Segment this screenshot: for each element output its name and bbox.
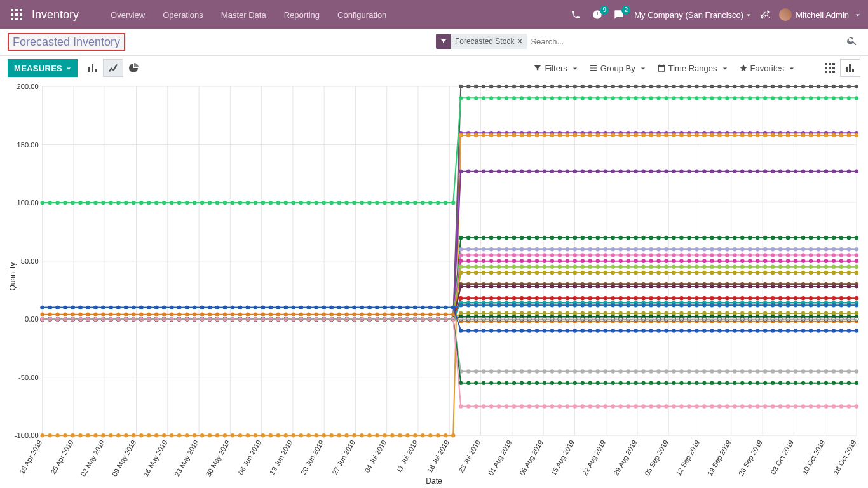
svg-point-137 — [588, 85, 592, 88]
svg-text:06 Jun 2019: 06 Jun 2019 — [236, 438, 262, 476]
svg-point-1541 — [588, 296, 592, 300]
menu-operations[interactable]: Operations — [156, 6, 210, 24]
search-icon[interactable] — [844, 34, 860, 50]
svg-point-2254 — [261, 306, 265, 309]
svg-point-2303 — [634, 329, 637, 332]
svg-point-1443 — [664, 285, 668, 288]
svg-point-2057 — [405, 313, 409, 316]
svg-point-434 — [383, 433, 386, 437]
svg-point-1549 — [649, 296, 653, 300]
svg-point-493 — [832, 133, 836, 137]
svg-point-160 — [763, 85, 767, 88]
menu-master-data[interactable]: Master Data — [215, 6, 273, 24]
svg-point-2020 — [124, 313, 128, 316]
menu-configuration[interactable]: Configuration — [331, 6, 393, 24]
svg-point-2287 — [512, 329, 516, 332]
svg-point-154 — [717, 85, 721, 88]
svg-point-1772 — [702, 303, 706, 307]
svg-point-250 — [626, 96, 630, 100]
svg-point-793 — [649, 247, 653, 251]
svg-point-2424 — [733, 369, 736, 373]
menu-reporting[interactable]: Reporting — [278, 6, 326, 24]
svg-point-588 — [733, 169, 736, 173]
svg-point-221 — [405, 201, 409, 205]
svg-point-1759 — [604, 303, 607, 307]
svg-point-1008 — [641, 259, 645, 262]
filter-chip-icon — [436, 34, 451, 49]
svg-point-2497 — [466, 381, 470, 385]
apps-icon[interactable] — [8, 6, 25, 24]
svg-point-899 — [634, 253, 637, 257]
svg-point-2312 — [702, 329, 706, 332]
chat-icon[interactable]: 2 — [614, 10, 624, 20]
search-bar: Forecasted Stock ✕ — [435, 34, 862, 51]
svg-point-2028 — [185, 313, 189, 316]
svg-point-672 — [550, 236, 554, 240]
svg-point-2021 — [132, 313, 135, 316]
user-menu[interactable]: Mitchell Admin — [779, 8, 860, 21]
svg-point-279 — [847, 96, 851, 100]
groupby-dropdown[interactable]: Group By — [589, 64, 646, 73]
company-switcher[interactable]: My Company (San Francisco) — [634, 10, 751, 20]
svg-point-213 — [344, 201, 348, 205]
svg-point-479 — [725, 133, 729, 137]
svg-point-999 — [573, 259, 577, 262]
svg-point-2302 — [626, 329, 630, 332]
svg-point-2332 — [855, 329, 858, 332]
svg-point-1895 — [817, 311, 820, 315]
pie-chart-button[interactable] — [123, 59, 144, 77]
svg-point-414 — [231, 433, 234, 437]
svg-point-2611 — [512, 404, 516, 408]
svg-point-269 — [771, 96, 775, 100]
svg-point-1777 — [740, 303, 744, 307]
line-chart[interactable]: -100.00-50.000.0050.00100.00150.00200.00… — [3, 83, 863, 487]
svg-rect-11 — [95, 69, 97, 72]
svg-point-2651 — [817, 404, 820, 408]
svg-point-2276 — [428, 306, 432, 309]
svg-point-228 — [459, 96, 463, 100]
svg-point-464 — [611, 133, 614, 137]
favorites-dropdown[interactable]: Favorites — [739, 64, 794, 73]
svg-point-2039 — [269, 313, 273, 316]
svg-point-2537 — [771, 381, 775, 385]
debug-icon[interactable] — [760, 10, 770, 20]
phone-icon[interactable] — [571, 10, 581, 20]
svg-point-186 — [139, 201, 143, 205]
measures-button[interactable]: MEASURES — [8, 59, 78, 77]
svg-point-1866 — [596, 311, 600, 315]
svg-point-1891 — [786, 311, 790, 315]
svg-point-1211 — [543, 271, 546, 274]
svg-point-1899 — [847, 311, 851, 315]
svg-point-1566 — [778, 296, 782, 300]
graph-view-button[interactable] — [840, 59, 860, 77]
pivot-view-button[interactable] — [820, 59, 840, 77]
svg-point-490 — [809, 133, 813, 137]
search-input[interactable] — [527, 34, 844, 49]
app-brand[interactable]: Inventory — [32, 8, 79, 22]
svg-point-1792 — [855, 303, 858, 307]
svg-point-694 — [717, 236, 721, 240]
activity-icon[interactable]: 9 — [592, 10, 602, 20]
svg-point-2253 — [254, 306, 257, 309]
svg-point-1554 — [687, 296, 691, 300]
svg-point-2283 — [482, 329, 485, 332]
svg-point-816 — [824, 247, 828, 251]
svg-point-1878 — [687, 311, 691, 315]
svg-rect-21 — [846, 67, 848, 72]
breadcrumb[interactable]: Forecasted Inventory — [8, 33, 125, 51]
svg-point-1859 — [543, 311, 546, 315]
svg-point-2329 — [832, 329, 836, 332]
close-icon[interactable]: ✕ — [517, 37, 523, 46]
menu-overview[interactable]: Overview — [104, 6, 151, 24]
svg-point-808 — [763, 247, 767, 251]
filter-chip[interactable]: Forecasted Stock ✕ — [451, 34, 527, 49]
svg-point-155 — [725, 85, 729, 88]
svg-point-265 — [740, 96, 744, 100]
svg-point-2609 — [497, 404, 501, 408]
line-chart-button[interactable] — [103, 59, 123, 77]
timeranges-dropdown[interactable]: Time Ranges — [657, 64, 728, 73]
svg-point-1031 — [817, 259, 820, 262]
svg-point-2320 — [763, 329, 767, 332]
bar-chart-button[interactable] — [83, 59, 103, 77]
filters-dropdown[interactable]: Filters — [533, 64, 577, 73]
